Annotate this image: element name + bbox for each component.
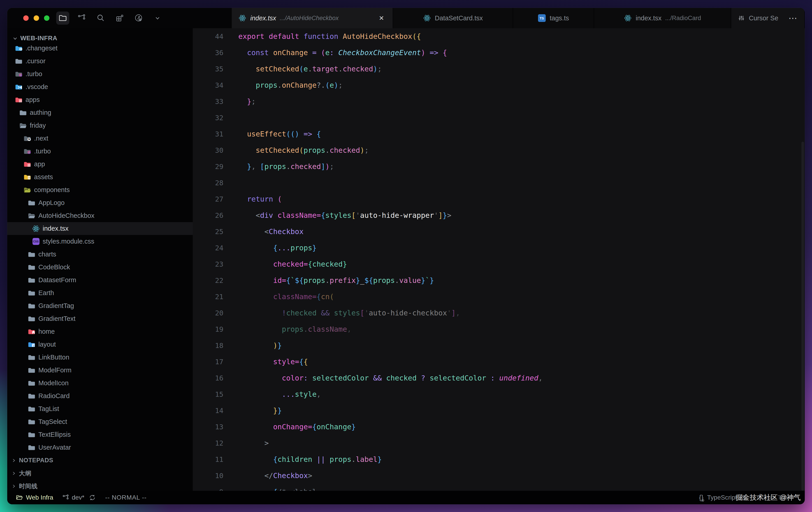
tree-item-linkbutton[interactable]: LinkButton: [7, 351, 193, 364]
tree-item-useravatar[interactable]: UserAvatar: [7, 441, 193, 454]
language-status-icon[interactable]: {⊗}: [699, 494, 703, 502]
line-number[interactable]: 16: [193, 370, 224, 386]
editor-scrollbar[interactable]: [802, 142, 804, 491]
tree-item-textellipsis[interactable]: TextEllipsis: [7, 428, 193, 441]
line-number[interactable]: 13: [193, 419, 224, 435]
line-number[interactable]: 10: [193, 467, 224, 484]
tree-item-gradienttext[interactable]: GradientText: [7, 312, 193, 325]
line-number[interactable]: 21: [193, 289, 224, 305]
sidebar-section-大纲[interactable]: 大纲: [7, 467, 193, 480]
tree-item-gradienttag[interactable]: GradientTag: [7, 299, 193, 312]
line-number[interactable]: 32: [193, 110, 224, 126]
source-control-icon[interactable]: [75, 11, 88, 25]
status-project[interactable]: Web Infra: [16, 494, 53, 502]
editor-actions-more-button[interactable]: ⋯: [788, 13, 798, 23]
line-number[interactable]: 15: [193, 386, 224, 402]
line-number[interactable]: 30: [193, 142, 224, 158]
folder-icon: [19, 109, 27, 116]
chevron-down-icon[interactable]: [151, 11, 164, 25]
status-branch[interactable]: dev*: [62, 494, 84, 502]
project-root-header[interactable]: WEB-INFRA: [7, 28, 193, 42]
tree-item--next[interactable]: N.next: [7, 132, 193, 145]
tree-item-app[interactable]: app: [7, 158, 193, 170]
extensions-icon[interactable]: [113, 11, 126, 25]
status-sync[interactable]: [88, 494, 96, 502]
tree-item-datasetform[interactable]: DatasetForm: [7, 274, 193, 287]
tab-tags-ts[interactable]: TStags.ts: [513, 8, 594, 28]
line-number[interactable]: 34: [193, 77, 224, 93]
tree-item-apps[interactable]: apps: [7, 93, 193, 106]
line-number[interactable]: 9: [193, 484, 224, 491]
code-line-27: 27 return (: [193, 191, 805, 207]
line-number[interactable]: 18: [193, 338, 224, 354]
tree-item-label: ModelForm: [38, 367, 71, 374]
tree-item-charts[interactable]: charts: [7, 248, 193, 261]
cursor-ai-icon[interactable]: [132, 11, 145, 25]
tree-item-label: GradientText: [38, 315, 76, 322]
line-number[interactable]: 24: [193, 240, 224, 256]
tree-item--cursor[interactable]: .cursor: [7, 55, 193, 68]
line-number[interactable]: 28: [193, 174, 224, 191]
tree-item-styles-module-css[interactable]: CSSstyles.module.css: [7, 235, 193, 248]
tree-item-modelform[interactable]: ModelForm: [7, 364, 193, 377]
tree-item-autohidecheckbox[interactable]: AutoHideCheckbox: [7, 209, 193, 222]
close-tab-button[interactable]: ✕: [377, 14, 386, 23]
line-number[interactable]: 29: [193, 158, 224, 174]
vim-mode-indicator: -- NORMAL --: [105, 494, 147, 501]
line-number[interactable]: 33: [193, 93, 224, 110]
sidebar-section-label: 时间线: [19, 482, 38, 490]
code-line-24: 24 {...props}: [193, 240, 805, 256]
tree-item-tagselect[interactable]: TagSelect: [7, 415, 193, 428]
tree-item-layout[interactable]: layout: [7, 338, 193, 351]
tree-item--turbo[interactable]: .turbo: [7, 68, 193, 80]
react-file-icon: [624, 14, 632, 22]
line-number[interactable]: 12: [193, 435, 224, 451]
maximize-window-button[interactable]: [44, 16, 50, 21]
files-icon[interactable]: [56, 11, 69, 25]
tab-cursor-se[interactable]: Cursor Se⋯: [731, 8, 805, 28]
code-editor[interactable]: 44export default function AutoHideCheckb…: [193, 28, 805, 491]
tree-item-components[interactable]: components: [7, 184, 193, 196]
line-number[interactable]: 19: [193, 321, 224, 338]
tree-item-home[interactable]: home: [7, 325, 193, 338]
line-number[interactable]: 26: [193, 207, 224, 223]
sidebar-section-时间线[interactable]: 时间线: [7, 480, 193, 491]
sidebar-section-notepads[interactable]: NOTEPADS: [7, 454, 193, 467]
code-text: id={`${props.prefix}_${props.value}`}: [238, 272, 434, 289]
tab-datasetcard-tsx[interactable]: DataSetCard.tsx: [393, 8, 513, 28]
line-number[interactable]: 36: [193, 45, 224, 61]
line-number[interactable]: 11: [193, 451, 224, 467]
tree-item--turbo[interactable]: .turbo: [7, 145, 193, 158]
tree-item-applogo[interactable]: AppLogo: [7, 196, 193, 209]
tree-item-modelicon[interactable]: ModelIcon: [7, 377, 193, 389]
line-number[interactable]: 31: [193, 126, 224, 142]
tree-item-codeblock[interactable]: CodeBlock: [7, 261, 193, 274]
tree-item-friday[interactable]: friday: [7, 119, 193, 132]
tree-item-label: .turbo: [26, 70, 42, 78]
search-icon[interactable]: [94, 11, 107, 25]
tree-item-authing[interactable]: authing: [7, 106, 193, 119]
tree-item-radiocard[interactable]: RadioCard: [7, 389, 193, 402]
line-number[interactable]: 44: [193, 28, 224, 45]
code-line-31: 31 useEffect(() => {: [193, 126, 805, 142]
line-number[interactable]: 20: [193, 305, 224, 321]
line-number[interactable]: 23: [193, 256, 224, 272]
tree-item--vscode[interactable]: .vscode: [7, 80, 193, 93]
tree-item--changeset[interactable]: .changeset: [7, 42, 193, 55]
close-window-button[interactable]: [23, 16, 29, 21]
folder-layout-icon: [28, 341, 35, 348]
code-line-29: 29 }, [props.checked]);: [193, 158, 805, 174]
tree-item-taglist[interactable]: TagList: [7, 402, 193, 415]
line-number[interactable]: 17: [193, 354, 224, 370]
tree-item-assets[interactable]: assets: [7, 170, 193, 184]
line-number[interactable]: 25: [193, 223, 224, 240]
line-number[interactable]: 35: [193, 61, 224, 77]
tree-item-earth[interactable]: Earth: [7, 287, 193, 299]
tab-index-tsx[interactable]: index.tsx.../RadioCard: [594, 8, 731, 28]
line-number[interactable]: 27: [193, 191, 224, 207]
tree-item-index-tsx[interactable]: index.tsx: [7, 222, 193, 235]
minimize-window-button[interactable]: [34, 16, 39, 21]
tab-index-tsx[interactable]: index.tsx.../AutoHideCheckbox✕: [232, 8, 393, 28]
line-number[interactable]: 22: [193, 272, 224, 289]
line-number[interactable]: 14: [193, 402, 224, 419]
